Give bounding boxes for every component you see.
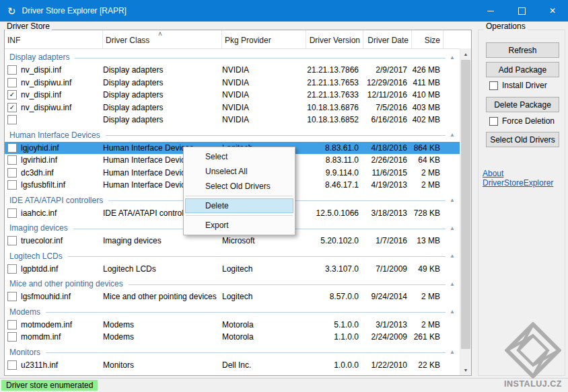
row-check-cell <box>5 180 21 190</box>
cell-pkg-provider: NVIDIA <box>222 78 306 87</box>
driver-row[interactable]: nv_dispiwu.infDisplay adaptersNVIDIA21.2… <box>5 77 460 89</box>
collapse-group-icon[interactable]: ▲ <box>450 197 457 203</box>
add-package-button[interactable]: Add Package <box>486 62 559 77</box>
minimize-button[interactable] <box>475 0 506 22</box>
cell-driver-date: 2/26/2016 <box>363 155 412 165</box>
driver-row[interactable]: ✓nv_dispi.infDisplay adaptersNVIDIA21.21… <box>5 89 460 102</box>
vertical-scrollbar[interactable]: ▲ ▼ <box>460 48 471 375</box>
collapse-group-icon[interactable]: ▲ <box>450 281 457 287</box>
select-old-drivers-button[interactable]: Select Old Drivers <box>486 132 559 147</box>
list-header: INF Driver Class Pkg Provider Driver Ver… <box>5 30 460 49</box>
row-check-cell <box>5 208 21 218</box>
scrollbar-thumb[interactable] <box>461 60 470 349</box>
driver-row[interactable]: nv_dispi.infDisplay adaptersNVIDIA21.21.… <box>5 64 460 77</box>
row-checkbox[interactable] <box>7 115 17 124</box>
cell-pkg-provider: NVIDIA <box>222 103 306 112</box>
force-deletion-checkbox[interactable]: Force Deletion <box>489 116 555 126</box>
collapse-group-icon[interactable]: ▲ <box>450 132 457 138</box>
cell-driver-date: 1/22/2010 <box>363 360 412 370</box>
menu-item-delete[interactable]: Delete <box>185 198 293 213</box>
driver-row[interactable]: Display adaptersNVIDIA10.18.13.68526/16/… <box>5 114 460 126</box>
menu-item-select-old-drivers[interactable]: Select Old Drivers <box>185 179 293 194</box>
refresh-button[interactable]: Refresh <box>486 42 559 58</box>
cell-size: 402 MB <box>412 115 443 124</box>
row-checkbox[interactable] <box>7 180 17 190</box>
driver-row[interactable]: motmodem.infModemsMotorola5.1.0.03/1/201… <box>5 319 460 331</box>
cell-driver-class: Display adapters <box>103 115 222 124</box>
cell-inf: lgsfmouhid.inf <box>21 292 103 301</box>
row-checkbox[interactable] <box>7 360 17 370</box>
cell-driver-version: 21.21.13.7633 <box>306 90 363 100</box>
menu-item-export[interactable]: Export <box>185 218 293 233</box>
column-header-size[interactable]: Size <box>412 30 443 48</box>
cell-driver-version: 5.1.0.0 <box>306 320 363 329</box>
instaluj-logo-icon <box>505 322 561 379</box>
cell-pkg-provider: Microsoft <box>222 236 306 245</box>
scroll-up-icon[interactable]: ▲ <box>460 48 471 59</box>
group-title: Monitors <box>9 348 40 357</box>
cell-pkg-provider: Dell Inc. <box>222 360 306 370</box>
row-checkbox[interactable] <box>7 332 17 342</box>
collapse-group-icon[interactable]: ▲ <box>450 54 457 61</box>
cell-size: 728 KB <box>412 208 443 218</box>
cell-size: 410 MB <box>412 90 443 100</box>
cell-driver-class: Display adapters <box>103 65 222 75</box>
cell-size: 2 MB <box>412 168 443 178</box>
menu-item-select[interactable]: Select <box>185 149 293 164</box>
driver-row[interactable]: lgsfmouhid.infMice and other pointing de… <box>5 290 460 303</box>
driver-row[interactable]: momdm.infModemsMotorola1.1.0.02/24/20092… <box>5 331 460 344</box>
menu-item-unselect-all[interactable]: Unselect All <box>185 164 293 179</box>
cell-pkg-provider: Motorola <box>222 332 306 342</box>
cell-driver-version: 1.0.0.0 <box>306 360 363 370</box>
scroll-down-icon[interactable]: ▼ <box>460 364 471 375</box>
collapse-group-icon[interactable]: ▲ <box>450 309 457 315</box>
row-checkbox[interactable] <box>7 292 17 301</box>
status-bar: Driver store enumerated <box>0 378 568 392</box>
group-divider-line <box>46 312 446 313</box>
cell-driver-version: 9.9.114.0 <box>306 168 363 178</box>
cell-size: 261 KB <box>412 332 443 342</box>
row-check-cell <box>5 320 21 329</box>
row-checkbox[interactable] <box>7 168 17 178</box>
row-checkbox[interactable] <box>7 208 17 218</box>
checkbox-box-icon[interactable] <box>489 117 498 126</box>
row-checkbox[interactable] <box>7 236 17 245</box>
column-header-driver-date[interactable]: Driver Date <box>363 30 412 48</box>
collapse-group-icon[interactable]: ▲ <box>450 225 457 231</box>
row-checkbox[interactable] <box>7 155 17 165</box>
close-button[interactable]: ✕ <box>537 0 568 22</box>
operations-group-label: Operations <box>484 22 528 31</box>
row-checkbox[interactable] <box>7 143 17 153</box>
column-header-inf[interactable]: INF <box>5 30 103 48</box>
maximize-button[interactable] <box>506 0 537 22</box>
about-link[interactable]: About DriverStoreExplorer <box>483 169 568 188</box>
group-title: Human Interface Devices <box>9 130 100 140</box>
row-checkbox[interactable] <box>7 264 17 274</box>
row-checkbox[interactable] <box>7 65 17 75</box>
cell-driver-date: 7/1/2009 <box>363 264 412 274</box>
driver-row[interactable]: truecolor.infImaging devicesMicrosoft5.2… <box>5 235 460 247</box>
delete-package-button[interactable]: Delete Package <box>486 97 559 112</box>
row-checkbox[interactable]: ✓ <box>7 103 17 112</box>
driver-row[interactable]: u2311h.infMonitorsDell Inc.1.0.0.01/22/2… <box>5 359 460 372</box>
driver-row[interactable]: ✓nv_dispiwu.infDisplay adaptersNVIDIA10.… <box>5 102 460 114</box>
install-driver-checkbox[interactable]: Install Driver <box>489 81 547 90</box>
column-header-driver-version[interactable]: Driver Version <box>306 30 363 48</box>
cell-pkg-provider: Motorola <box>222 320 306 329</box>
checkbox-box-icon[interactable] <box>489 81 498 90</box>
column-header-driver-class[interactable]: Driver Class <box>103 30 222 48</box>
collapse-group-icon[interactable]: ▲ <box>450 349 457 355</box>
watermark-text: INSTALUJ.CZ <box>500 379 566 389</box>
cell-inf: nv_dispiwu.inf <box>21 78 103 87</box>
row-checkbox[interactable] <box>7 320 17 329</box>
cell-driver-version: 3.3.107.0 <box>306 264 363 274</box>
row-checkbox[interactable]: ✓ <box>7 90 17 100</box>
group-title: IDE ATA/ATAPI controllers <box>9 196 103 205</box>
column-header-pkg-provider[interactable]: Pkg Provider <box>222 30 306 48</box>
row-check-cell <box>5 332 21 342</box>
row-checkbox[interactable] <box>7 78 17 87</box>
collapse-group-icon[interactable]: ▲ <box>450 253 457 259</box>
cell-inf: lgvirhid.inf <box>21 155 103 165</box>
driver-row[interactable]: lgpbtdd.infLogitech LCDsLogitech3.3.107.… <box>5 263 460 276</box>
install-driver-label: Install Driver <box>502 81 547 90</box>
